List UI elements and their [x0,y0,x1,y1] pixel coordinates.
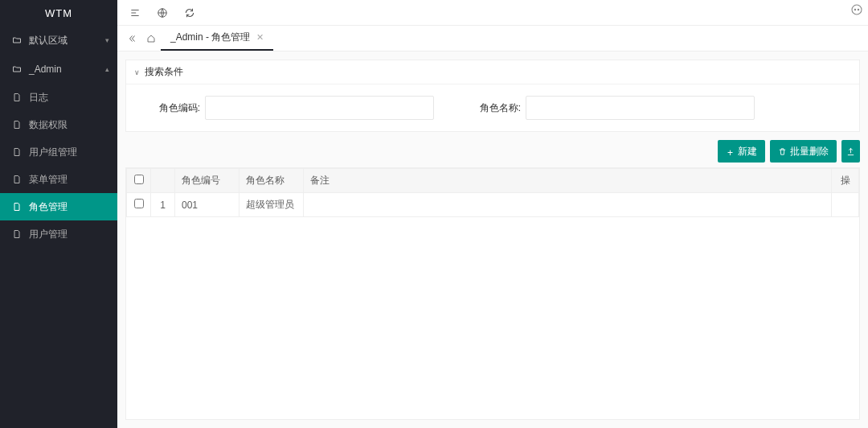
sidebar-item-log[interactable]: 日志 [0,84,117,111]
topbar [117,0,868,26]
cell-operations[interactable] [832,193,859,217]
app-logo: WTM [0,0,117,26]
action-row: + 新建 批量删除 [125,140,860,163]
sidebar-group-admin[interactable]: _Admin ▴ [0,55,117,84]
folder-icon [11,64,23,75]
content: ∨ 搜索条件 角色编码: 角色名称: [117,51,868,428]
search-panel-header[interactable]: ∨ 搜索条件 [126,60,859,84]
table-row[interactable]: 1 001 超级管理员 [127,193,859,217]
sidebar-item-role[interactable]: 角色管理 [0,193,117,220]
sidebar-item-user[interactable]: 用户管理 [0,220,117,248]
sidebar-item-label: 菜单管理 [29,173,68,187]
button-label: 新建 [738,145,757,158]
svg-point-2 [854,9,855,10]
role-name-input[interactable] [526,96,755,120]
col-remark: 备注 [304,169,832,193]
file-icon [11,92,23,103]
file-icon [11,201,23,212]
cell-role-name: 超级管理员 [240,193,304,217]
table-header-row: 角色编号 角色名称 备注 操 [127,169,859,193]
tabs-prev-icon[interactable] [122,26,141,51]
col-role-name: 角色名称 [240,169,304,193]
sidebar-item-menu[interactable]: 菜单管理 [0,166,117,193]
sidebar-group-label: 默认区域 [29,34,68,47]
sidebar-group-label: _Admin [29,64,62,75]
sidebar-nav: 默认区域 ▾ _Admin ▴ 日志 数据权限 用户 [0,26,117,428]
globe-icon[interactable] [153,3,172,23]
cell-remark [304,193,832,217]
sidebar-item-data-perm[interactable]: 数据权限 [0,111,117,138]
chevron-up-icon: ▴ [105,65,109,73]
more-icon[interactable] [850,3,863,19]
col-role-code: 角色编号 [175,169,240,193]
sidebar-item-label: 用户管理 [29,228,68,241]
chevron-down-icon: ∨ [134,68,140,76]
plus-icon: + [726,147,735,156]
button-label: 批量删除 [790,145,829,158]
file-icon [11,119,23,130]
select-all-checkbox[interactable] [134,175,144,184]
svg-point-3 [858,9,858,10]
tab-label: _Admin - 角色管理 [170,31,250,44]
search-panel-title: 搜索条件 [145,65,183,79]
col-operations: 操 [832,169,859,193]
batch-delete-button[interactable]: 批量删除 [770,140,837,163]
sidebar-item-label: 日志 [29,91,48,105]
sidebar-item-label: 数据权限 [29,118,68,132]
row-index: 1 [151,193,175,217]
sidebar-item-label: 角色管理 [29,200,68,214]
refresh-icon[interactable] [180,3,199,23]
upload-icon [846,147,855,156]
chevron-down-icon: ▾ [105,36,109,44]
menu-collapse-icon[interactable] [125,3,145,23]
folder-icon [11,35,23,46]
file-icon [11,174,23,185]
sidebar: WTM 默认区域 ▾ _Admin ▴ 日志 [0,0,117,428]
search-panel: ∨ 搜索条件 角色编码: 角色名称: [125,60,860,132]
file-icon [11,228,23,240]
cell-role-code: 001 [175,193,240,217]
tab-role-management[interactable]: _Admin - 角色管理 ✕ [161,26,273,51]
row-checkbox[interactable] [134,199,144,208]
sidebar-item-label: 用户组管理 [29,146,77,159]
extra-button[interactable] [841,140,860,163]
create-button[interactable]: + 新建 [718,140,765,163]
svg-point-1 [852,5,862,14]
tabstrip: _Admin - 角色管理 ✕ [117,26,868,51]
home-tab-icon[interactable] [141,26,161,51]
role-code-input[interactable] [205,96,434,120]
role-name-label: 角色名称: [466,101,521,115]
role-table: 角色编号 角色名称 备注 操 1 001 超级管理员 [125,167,860,420]
trash-icon [778,147,787,156]
main-area: _Admin - 角色管理 ✕ ∨ 搜索条件 角色编码: [117,0,868,428]
tab-close-icon[interactable]: ✕ [256,32,264,43]
file-icon [11,146,23,158]
role-code-label: 角色编码: [145,101,200,115]
sidebar-item-user-group[interactable]: 用户组管理 [0,138,117,166]
col-index [151,169,175,193]
sidebar-group-default[interactable]: 默认区域 ▾ [0,26,117,55]
